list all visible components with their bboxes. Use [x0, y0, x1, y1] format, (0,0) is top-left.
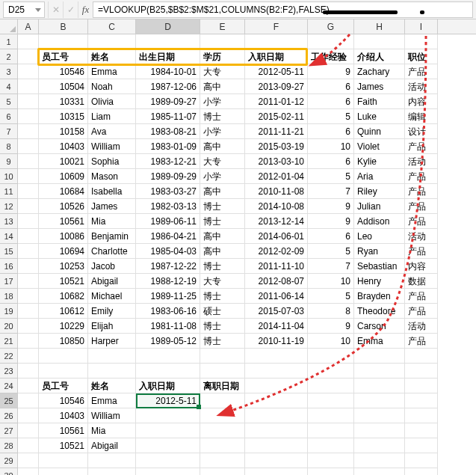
cell-ref[interactable]: Riley: [354, 184, 405, 199]
cell-edu[interactable]: 大专: [200, 274, 245, 289]
cell[interactable]: [18, 109, 39, 124]
col-header-F[interactable]: F: [245, 19, 308, 34]
row-header[interactable]: 5: [0, 94, 18, 109]
cell-exp[interactable]: 6: [308, 154, 354, 169]
cell-ref[interactable]: Kylie: [354, 154, 405, 169]
lookup-name[interactable]: William: [88, 408, 136, 423]
cell[interactable]: [18, 408, 39, 423]
cell-emp-id[interactable]: 10521: [39, 274, 88, 289]
cell[interactable]: [18, 349, 39, 364]
row-header[interactable]: 15: [0, 244, 18, 259]
cell-edu[interactable]: 高中: [200, 229, 245, 244]
cell-name[interactable]: Michael: [88, 289, 136, 304]
cancel-icon[interactable]: ✕: [48, 1, 63, 18]
cell[interactable]: [18, 379, 39, 393]
cell-birth[interactable]: 1989-09-27: [136, 94, 200, 109]
cell-exp[interactable]: 5: [308, 109, 354, 124]
cell[interactable]: [18, 319, 39, 334]
col-header-I[interactable]: I: [405, 19, 438, 34]
cell[interactable]: [18, 334, 39, 349]
row-header[interactable]: 8: [0, 139, 18, 154]
cell[interactable]: [354, 468, 405, 475]
cell-pos[interactable]: 活动: [405, 154, 438, 169]
col-header-B[interactable]: B: [39, 19, 88, 34]
cell-name[interactable]: Mia: [88, 214, 136, 229]
row-header[interactable]: 27: [0, 423, 18, 438]
cell[interactable]: [245, 393, 308, 408]
cell-ref[interactable]: Aria: [354, 169, 405, 184]
cell[interactable]: [39, 34, 88, 49]
cell-birth[interactable]: 1983-08-21: [136, 124, 200, 139]
cell-edu[interactable]: 高中: [200, 184, 245, 199]
cell-hire[interactable]: 2013-03-10: [245, 154, 308, 169]
cell-emp-id[interactable]: 10682: [39, 289, 88, 304]
confirm-icon[interactable]: ✓: [63, 1, 78, 18]
lookup-hire[interactable]: [136, 423, 200, 438]
cell-birth[interactable]: 1989-05-12: [136, 334, 200, 349]
row-header[interactable]: 23: [0, 364, 18, 379]
cell-edu[interactable]: 硕士: [200, 304, 245, 319]
cell-name[interactable]: Jacob: [88, 259, 136, 274]
row-header[interactable]: 12: [0, 199, 18, 214]
header-edu[interactable]: 学历: [200, 49, 245, 64]
cell-pos[interactable]: 产品: [405, 64, 438, 79]
cell-edu[interactable]: 博士: [200, 334, 245, 349]
cell-hire[interactable]: 2011-06-14: [245, 289, 308, 304]
cell-pos[interactable]: 内容: [405, 259, 438, 274]
cell[interactable]: [354, 453, 405, 468]
row-header[interactable]: 7: [0, 124, 18, 139]
cell-name[interactable]: Mason: [88, 169, 136, 184]
cell[interactable]: [88, 349, 136, 364]
cell-edu[interactable]: 大专: [200, 64, 245, 79]
cell[interactable]: [18, 244, 39, 259]
cell-exp[interactable]: 6: [308, 124, 354, 139]
cell-name[interactable]: James: [88, 199, 136, 214]
cell[interactable]: [308, 423, 354, 438]
cell[interactable]: [136, 468, 200, 475]
cell-ref[interactable]: Addison: [354, 214, 405, 229]
cell-exp[interactable]: 9: [308, 214, 354, 229]
cell-exp[interactable]: 5: [308, 169, 354, 184]
cell-name[interactable]: Olivia: [88, 94, 136, 109]
cell[interactable]: [245, 364, 308, 379]
row-header[interactable]: 30: [0, 468, 18, 475]
cell-pos[interactable]: 产品: [405, 304, 438, 319]
cell-hire[interactable]: 2014-06-01: [245, 229, 308, 244]
cell-emp-id[interactable]: 10612: [39, 304, 88, 319]
cell[interactable]: [18, 274, 39, 289]
cell-name[interactable]: Ava: [88, 124, 136, 139]
cell-emp-id[interactable]: 10850: [39, 334, 88, 349]
cell-name[interactable]: Noah: [88, 79, 136, 94]
cell-hire[interactable]: 2010-11-19: [245, 334, 308, 349]
cell-pos[interactable]: 编辑: [405, 109, 438, 124]
header-birth[interactable]: 出生日期: [136, 49, 200, 64]
cell-exp[interactable]: 8: [308, 304, 354, 319]
lookup-header-emp-id[interactable]: 员工号: [39, 379, 88, 393]
cell[interactable]: [39, 364, 88, 379]
row-header[interactable]: 25: [0, 393, 18, 408]
cell[interactable]: [200, 34, 245, 49]
lookup-header-leave[interactable]: 离职日期: [200, 379, 245, 393]
cell[interactable]: [200, 453, 245, 468]
cell[interactable]: [354, 393, 405, 408]
cell-hire[interactable]: 2012-08-07: [245, 274, 308, 289]
row-header[interactable]: 28: [0, 438, 18, 453]
cell[interactable]: [136, 349, 200, 364]
cell-edu[interactable]: 高中: [200, 79, 245, 94]
cell-exp[interactable]: 7: [308, 259, 354, 274]
cell-ref[interactable]: Faith: [354, 94, 405, 109]
cell-emp-id[interactable]: 10315: [39, 109, 88, 124]
lookup-emp-id[interactable]: 10546: [39, 393, 88, 408]
cell[interactable]: [245, 453, 308, 468]
cell-pos[interactable]: 产品: [405, 139, 438, 154]
cell-emp-id[interactable]: 10526: [39, 199, 88, 214]
cell-birth[interactable]: 1985-11-07: [136, 109, 200, 124]
lookup-name[interactable]: Emma: [88, 393, 136, 408]
cell[interactable]: [354, 349, 405, 364]
cell-name[interactable]: William: [88, 139, 136, 154]
cell-emp-id[interactable]: 10158: [39, 124, 88, 139]
cell-ref[interactable]: Henry: [354, 274, 405, 289]
cell-exp[interactable]: 9: [308, 199, 354, 214]
cell[interactable]: [405, 438, 438, 453]
cell[interactable]: [39, 349, 88, 364]
